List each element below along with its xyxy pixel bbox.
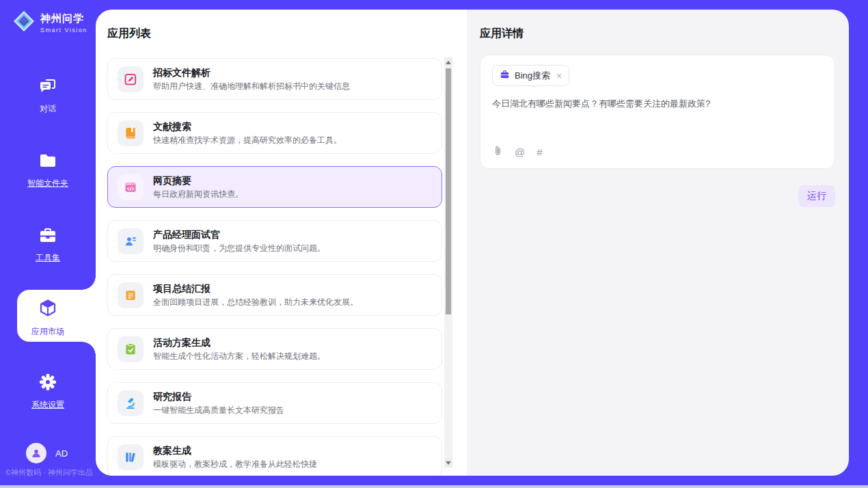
- app-desc: 帮助用户快速、准确地理解和解析招标书中的关键信息: [153, 81, 350, 91]
- list-item-research-report[interactable]: 研究报告 一键智能生成高质量长文本研究报告: [107, 382, 442, 424]
- brand-name: 神州问学: [40, 12, 87, 25]
- sidebar-item-settings[interactable]: 系统设置: [0, 372, 96, 411]
- app-desc: 模板驱动，教案秒成，教学准备从此轻松快捷: [153, 459, 317, 469]
- scroll-down-button[interactable]: [444, 458, 452, 467]
- brand-logo: 神州问学 Smart Vision: [12, 10, 87, 36]
- book-icon: [118, 120, 144, 146]
- app-title: 产品经理面试官: [153, 229, 325, 240]
- sidebar-item-label: 智能文件夹: [27, 178, 68, 189]
- app-list-title: 应用列表: [107, 27, 467, 39]
- app-desc: 每日政府新闻资讯快查。: [153, 189, 243, 199]
- sidebar-item-app-market[interactable]: 应用市场: [0, 298, 96, 338]
- list-item-pm-interviewer[interactable]: 产品经理面试官 明确身份和职责，为您提供专业性的面试问题。: [107, 220, 442, 262]
- books-icon: [118, 444, 144, 470]
- arrow-up-icon: [446, 61, 451, 64]
- bottom-edge: [0, 485, 868, 488]
- mention-icon[interactable]: @: [515, 147, 525, 157]
- chat-icon: [38, 77, 57, 98]
- tool-tag-bing-search[interactable]: Bing搜索 ×: [492, 65, 569, 86]
- app-desc: 智能生成个性化活动方案，轻松解决规划难题。: [153, 351, 325, 361]
- list-item-lesson-plan[interactable]: 教案生成 模板驱动，教案秒成，教学准备从此轻松快捷: [107, 436, 442, 476]
- scrollbar-thumb[interactable]: [446, 68, 451, 314]
- list-item-literature-search[interactable]: 文献搜索 快速精准查找学术资源，提高研究效率的必备工具。: [107, 112, 442, 154]
- app-title: 项目总结汇报: [153, 283, 358, 294]
- user-profile[interactable]: AD: [26, 443, 68, 463]
- app-title: 研究报告: [153, 391, 284, 402]
- edit-icon: [118, 66, 144, 92]
- main-content: 应用列表 招标文件解析 帮助用户快速、准确地理解和解析招标书中的关键信息: [96, 10, 849, 476]
- gear-icon: [38, 372, 57, 394]
- sidebar: 神州问学 Smart Vision 对话 智能文件夹: [0, 0, 96, 485]
- arrow-down-icon: [446, 461, 451, 465]
- sidebar-item-label: 工具集: [36, 252, 60, 264]
- sidebar-item-label: 应用市场: [31, 326, 64, 338]
- list-scrollbar[interactable]: [444, 57, 452, 467]
- app-desc: 一键智能生成高质量长文本研究报告: [153, 405, 284, 415]
- user-initials: AD: [55, 448, 68, 459]
- app-window: 神州问学 Smart Vision 对话 智能文件夹: [0, 0, 868, 488]
- list-item-project-summary[interactable]: 项目总结汇报 全面回顾项目进展，总结经验教训，助力未来优化发展。: [107, 274, 442, 316]
- close-icon[interactable]: ×: [556, 71, 562, 81]
- sidebar-item-label: 对话: [40, 103, 56, 115]
- app-detail-title: 应用详情: [480, 27, 835, 39]
- attachment-toolbar: @ #: [493, 145, 543, 159]
- app-detail-panel: 应用详情 Bing搜索 × 今日湖北有哪些新闻要点？有哪些需要关注的最新政策?: [467, 10, 849, 476]
- briefcase-icon: [500, 69, 510, 82]
- microscope-icon: [118, 390, 144, 416]
- resume-person-icon: [118, 228, 144, 254]
- app-title: 教案生成: [153, 445, 317, 456]
- run-button[interactable]: 运行: [798, 185, 835, 207]
- list-item-bid-parse[interactable]: 招标文件解析 帮助用户快速、准确地理解和解析招标书中的关键信息: [107, 58, 442, 100]
- app-title: 招标文件解析: [153, 67, 350, 78]
- sidebar-item-toolbox[interactable]: 工具集: [0, 226, 96, 264]
- app-list-panel: 应用列表 招标文件解析 帮助用户快速、准确地理解和解析招标书中的关键信息: [96, 10, 467, 476]
- tool-tag-label: Bing搜索: [515, 70, 550, 82]
- clipboard-check-icon: [118, 336, 144, 362]
- run-row: 运行: [480, 185, 835, 207]
- toolbox-icon: [38, 226, 57, 247]
- prompt-card: Bing搜索 × 今日湖北有哪些新闻要点？有哪些需要关注的最新政策? @ #: [480, 55, 835, 169]
- browser-code-icon: [118, 174, 144, 200]
- app-list: 招标文件解析 帮助用户快速、准确地理解和解析招标书中的关键信息 文献搜索: [107, 58, 442, 476]
- scroll-up-button[interactable]: [444, 57, 452, 67]
- cube-icon: [38, 298, 58, 321]
- avatar: [26, 443, 46, 463]
- brand-tagline: Smart Vision: [40, 27, 87, 33]
- hashtag-icon[interactable]: #: [537, 147, 542, 157]
- folder-icon: [38, 151, 57, 173]
- app-desc: 全面回顾项目进展，总结经验教训，助力未来优化发展。: [153, 297, 358, 307]
- paperclip-icon[interactable]: [493, 145, 503, 159]
- list-item-web-summary[interactable]: 网页摘要 每日政府新闻资讯快查。: [107, 166, 442, 208]
- app-title: 文献搜索: [153, 121, 342, 132]
- sidebar-item-chat[interactable]: 对话: [0, 77, 96, 115]
- app-title: 活动方案生成: [153, 337, 325, 348]
- app-desc: 明确身份和职责，为您提供专业性的面试问题。: [153, 243, 325, 253]
- diamond-logo-icon: [12, 10, 36, 36]
- note-icon: [118, 282, 144, 308]
- app-title: 网页摘要: [153, 175, 243, 186]
- list-item-event-plan[interactable]: 活动方案生成 智能生成个性化活动方案，轻松解决规划难题。: [107, 328, 442, 370]
- sidebar-item-label: 系统设置: [31, 399, 64, 411]
- app-desc: 快速精准查找学术资源，提高研究效率的必备工具。: [153, 135, 342, 145]
- copyright-footer: ©神州数码 · 神州问学出品: [5, 467, 96, 478]
- prompt-input[interactable]: 今日湖北有哪些新闻要点？有哪些需要关注的最新政策?: [492, 98, 823, 110]
- sidebar-item-smart-folder[interactable]: 智能文件夹: [0, 151, 96, 189]
